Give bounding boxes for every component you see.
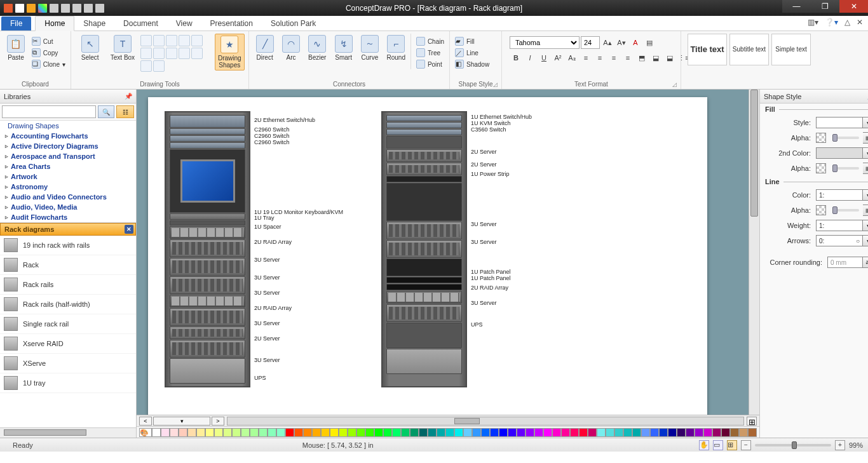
qat-color-icon[interactable] — [38, 4, 47, 13]
color-swatch[interactable] — [534, 428, 543, 437]
align-right-button[interactable]: ≡ — [607, 51, 620, 64]
color-swatch[interactable] — [463, 428, 472, 437]
rack1-spacer[interactable] — [170, 220, 245, 225]
page-next-button[interactable]: > — [212, 417, 224, 426]
color-swatch[interactable] — [526, 428, 534, 437]
color-swatch[interactable] — [517, 428, 526, 437]
horizontal-scrollbar[interactable] — [227, 417, 744, 426]
rack2-srv1[interactable] — [386, 149, 462, 162]
color-swatch[interactable] — [641, 428, 650, 437]
rack1-monitor[interactable] — [170, 149, 245, 213]
lib-audit[interactable]: Audit Flowcharts — [0, 212, 136, 222]
color-swatch[interactable] — [437, 428, 445, 437]
color-swatch[interactable] — [330, 428, 339, 437]
zoom-slider[interactable] — [755, 444, 831, 446]
tool-line-icon[interactable] — [166, 35, 177, 46]
stencil-header[interactable]: Rack diagrams✕ — [0, 223, 136, 236]
valign-mid-button[interactable]: ⬓ — [649, 51, 662, 64]
rack2-srv5[interactable] — [386, 304, 462, 322]
rack-2[interactable] — [381, 111, 467, 387]
collapse-ribbon-icon[interactable]: △ — [844, 18, 850, 27]
rack1-server6[interactable] — [170, 340, 245, 358]
tab-presentation[interactable]: Presentation — [201, 17, 262, 30]
color-swatch[interactable] — [570, 428, 579, 437]
color-swatch[interactable] — [419, 428, 428, 437]
conn-arc-button[interactable]: ◠Arc — [279, 34, 302, 62]
copy-button[interactable]: ⧉Copy — [31, 48, 67, 58]
rack1-server5[interactable] — [170, 326, 245, 339]
color2-dd[interactable]: ▾ — [863, 147, 868, 159]
lib-avmedia[interactable]: Audio, Video, Media — [0, 202, 136, 212]
shadow-button[interactable]: ◧Shadow — [454, 59, 491, 69]
color-swatch[interactable] — [543, 428, 552, 437]
color-swatch[interactable] — [481, 428, 490, 437]
color-swatch[interactable] — [606, 428, 614, 437]
shapestyle-launcher-icon[interactable]: ◿ — [493, 81, 498, 88]
lib-activedir[interactable]: Active Directory Diagrams — [0, 141, 136, 151]
qat-print-icon[interactable] — [84, 4, 93, 13]
tool-f-icon[interactable] — [153, 60, 165, 72]
rack2-raid[interactable] — [386, 291, 462, 304]
conn-direct-button[interactable]: ╱Direct — [253, 34, 276, 62]
library-list[interactable]: Drawing Shapes Accounting Flowcharts Act… — [0, 121, 136, 223]
color-swatch[interactable] — [170, 428, 179, 437]
tree-button[interactable]: Tree — [415, 48, 445, 58]
rack1-ethernet-switch[interactable] — [170, 115, 245, 128]
search-button[interactable]: 🔍 — [98, 105, 114, 118]
tool-curve-icon[interactable] — [191, 35, 203, 46]
color-swatch[interactable] — [205, 428, 214, 437]
bold-button[interactable]: B — [510, 51, 522, 64]
rack2-srv2[interactable] — [386, 163, 462, 175]
font-grow-button[interactable]: A▴ — [601, 36, 614, 49]
color-swatch[interactable] — [401, 428, 410, 437]
rack1-server2[interactable] — [170, 258, 245, 276]
lib-artwork[interactable]: Artwork — [0, 171, 136, 182]
stencil-singlerail[interactable]: Single rack rail — [0, 314, 136, 334]
vertical-scrollbar[interactable] — [749, 90, 759, 415]
stencil-xserve-raid[interactable]: Xserve RAID — [0, 334, 136, 354]
qat-undo-icon[interactable] — [61, 4, 70, 13]
rack2-c3560[interactable] — [386, 129, 462, 135]
hand-tool-icon[interactable]: ✋ — [699, 440, 709, 450]
stencil-close-icon[interactable]: ✕ — [125, 225, 133, 234]
color-swatch[interactable] — [268, 428, 276, 437]
subscript-button[interactable]: A₂ — [566, 51, 578, 64]
weight-dd[interactable]: ▾ — [863, 220, 868, 231]
rack1-c2960-1[interactable] — [170, 128, 245, 135]
color-swatch[interactable] — [739, 428, 748, 437]
rack1-raid2[interactable] — [170, 295, 245, 307]
fitpage-icon[interactable]: ▭ — [713, 440, 723, 450]
zoom-in-button[interactable]: + — [835, 440, 845, 450]
color-swatch[interactable] — [508, 428, 517, 437]
textbox-button[interactable]: TText Box — [107, 34, 137, 62]
rack2-ups[interactable] — [386, 349, 462, 374]
color2-alpha-dd[interactable]: ▦ — [863, 163, 868, 174]
rack1-server3[interactable] — [170, 276, 245, 294]
qat-more-icon[interactable] — [95, 4, 104, 13]
rack2-kvm[interactable] — [386, 122, 462, 128]
color-swatch[interactable] — [152, 428, 161, 437]
color-swatch[interactable] — [285, 428, 294, 437]
conn-round-button[interactable]: ⌐Round — [384, 34, 408, 62]
lib-accounting[interactable]: Accounting Flowcharts — [0, 131, 136, 141]
color-swatch[interactable] — [259, 428, 268, 437]
textformat-launcher-icon[interactable]: ◿ — [672, 81, 677, 88]
rack2-power[interactable] — [386, 176, 462, 182]
tab-home[interactable]: Home — [35, 16, 74, 31]
tool-d-icon[interactable] — [191, 48, 203, 59]
line-color-input[interactable]: 1: — [816, 189, 863, 201]
color-swatch[interactable] — [214, 428, 223, 437]
valign-top-button[interactable]: ⬒ — [635, 51, 648, 64]
fill-style-dd[interactable]: ▾ — [863, 117, 868, 128]
alpha2-swatch-icon[interactable] — [816, 163, 826, 173]
color-swatch[interactable] — [187, 428, 196, 437]
color-swatch[interactable] — [410, 428, 419, 437]
underline-button[interactable]: U — [538, 51, 550, 64]
lib-audiovideo[interactable]: Audio and Video Connectors — [0, 192, 136, 202]
color-swatch[interactable] — [686, 428, 695, 437]
color-swatch[interactable] — [659, 428, 668, 437]
color-swatch[interactable] — [241, 428, 250, 437]
rack1-c2960-3[interactable] — [170, 142, 245, 149]
paste-button[interactable]: 📋Paste — [4, 34, 28, 62]
color-swatch[interactable] — [250, 428, 259, 437]
